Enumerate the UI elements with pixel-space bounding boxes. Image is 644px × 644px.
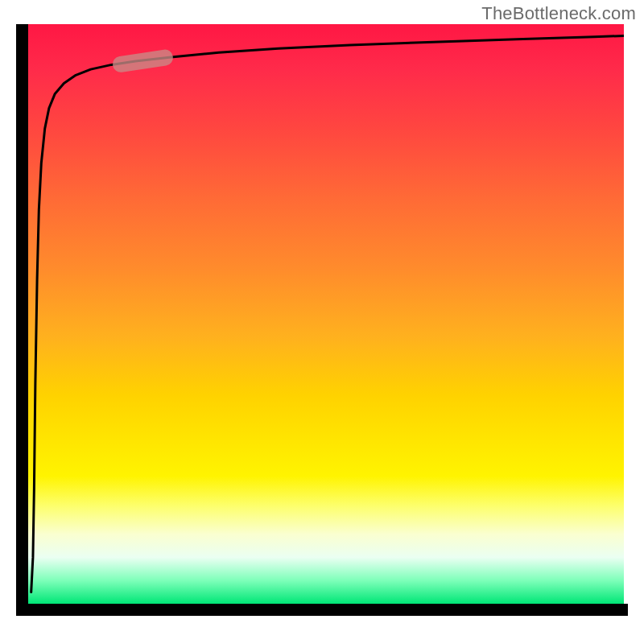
chart-frame: TheBottleneck.com xyxy=(0,0,644,644)
axis-x xyxy=(16,604,628,616)
plot-area xyxy=(28,24,624,604)
axis-y xyxy=(16,24,28,604)
watermark-label: TheBottleneck.com xyxy=(481,3,636,24)
